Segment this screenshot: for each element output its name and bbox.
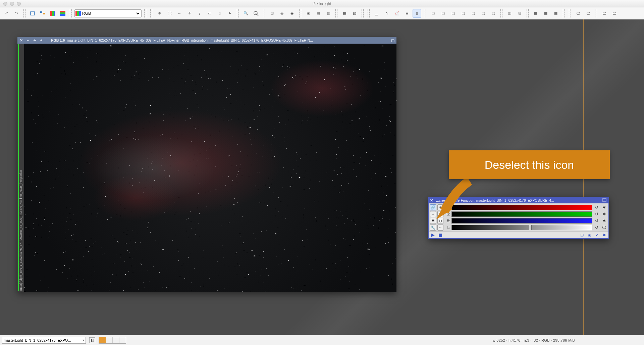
graph-icon[interactable]: 📈 [392,9,401,18]
grow-icon[interactable]: + [39,38,44,43]
curves-icon[interactable]: ∿ [382,9,391,18]
crosshair-icon[interactable]: ✛ [185,9,194,18]
close-window-icon[interactable] [3,2,7,6]
window-b-icon[interactable]: ▧ [350,9,359,18]
workspace-thumb-3[interactable] [112,337,119,343]
shrink-icon[interactable]: ∸ [32,38,37,43]
workspace-thumbs[interactable] [99,337,126,344]
view-selector[interactable]: ▾ [2,337,86,344]
g-slider[interactable] [451,211,592,217]
grid-b-icon[interactable]: ▦ [541,9,550,18]
pointer-icon[interactable]: ↖ [437,204,443,210]
zoom-in-icon[interactable]: + [430,211,436,217]
new-instance-icon[interactable]: ▢ [580,233,584,238]
zoom-in2-icon[interactable]: ⊕ [437,211,443,217]
screen2-icon[interactable]: 🖵 [610,9,619,18]
check-icon[interactable]: ✔ [594,233,599,238]
zoom-in-icon[interactable]: 🔍 [241,9,250,18]
move-tool-icon[interactable]: ✥ [155,9,164,18]
layer3-icon[interactable]: ▢ [449,9,458,18]
layer5-icon[interactable]: ▢ [469,9,478,18]
readout2-icon[interactable]: ▯ [215,9,224,18]
apply-icon[interactable] [431,233,435,238]
chevron-down-icon[interactable]: ▾ [83,338,84,342]
pan-c-icon[interactable]: ▥ [324,9,333,18]
expand-v-icon[interactable]: ↕ [195,9,204,18]
reset-l-icon[interactable]: ↺ [594,225,600,231]
rgb-palette-icon[interactable] [48,9,57,18]
pan-a-icon[interactable]: ▣ [304,9,313,18]
view-selector-input[interactable] [4,338,81,342]
options-g-icon[interactable]: ✱ [601,211,607,217]
minimize-window-icon[interactable] [10,2,14,6]
readout-icon[interactable]: ▭ [205,9,214,18]
window-a-icon[interactable]: ▦ [340,9,349,18]
monitor-icon[interactable]: 🖵 [574,9,582,18]
l-slider[interactable] [451,225,592,230]
zoom-actual-icon[interactable]: ◉ [288,9,297,18]
reset-r-icon[interactable]: ↺ [594,204,600,210]
workspace-thumb-2[interactable] [106,337,112,343]
link-channels-icon[interactable]: 🔗 [430,204,436,210]
layer2-icon[interactable]: ▢ [439,9,447,18]
workspace-thumb-1[interactable] [99,337,106,343]
layer6-icon[interactable]: ▢ [479,9,488,18]
maximize-window-icon[interactable] [17,2,21,6]
image-window[interactable]: ✕ – ∸ + RGB 1:6 masterLight_BIN_1_6252x4… [17,37,396,292]
window-menu-icon[interactable]: ▢ [390,38,395,43]
sidebar-crop-icon[interactable]: ✂ [18,274,23,279]
zoom-out-icon[interactable]: ⊖ [437,218,443,224]
redo-icon[interactable]: ↷ [12,9,21,18]
fit-view-icon[interactable]: ⛶ [165,9,174,18]
view-lock-icon[interactable]: ◧ [89,337,95,343]
panel-selected-icon[interactable]: ▯ [413,9,421,18]
options-r-icon[interactable]: ✱ [601,204,607,210]
close-icon[interactable]: ✕ [430,198,435,202]
layer7-icon[interactable]: ▢ [489,9,498,18]
r-slider[interactable] [451,205,592,210]
reset-icon[interactable]: ✖ [602,233,606,238]
screen-l-icon[interactable]: 🖵 [601,225,607,231]
stack-icon[interactable]: ≣ [402,9,411,18]
pan-b-icon[interactable]: ▤ [314,9,323,18]
channel-selector[interactable]: RGB [74,9,142,17]
grid-a-icon[interactable]: ▦ [531,9,540,18]
channel-select[interactable]: RGB [81,11,141,16]
undo-icon[interactable]: ↶ [2,9,11,18]
minimize-icon[interactable]: – [25,38,30,43]
wrench-icon[interactable]: 🔧 [430,225,436,231]
stf-window[interactable]: ✕ ...creenTransferFunction: masterLight_… [428,197,609,239]
tile-h-icon[interactable]: ◫ [505,9,514,18]
sidebar-expand-icon[interactable]: ⤢ [18,286,23,291]
tile-v-icon[interactable]: ⊟ [515,9,524,18]
pointer-icon[interactable]: ➤ [225,9,234,18]
expand-h-icon[interactable]: ↔ [175,9,184,18]
stf-shade-icon[interactable] [602,198,607,203]
workspace-thumb-4[interactable] [119,337,126,343]
image-canvas[interactable] [24,44,396,292]
grid-c-icon[interactable]: ▦ [551,9,560,18]
rgb-palette2-icon[interactable] [58,9,67,18]
options-b-icon[interactable]: ✱ [601,218,607,224]
zoom-out-icon[interactable] [252,9,260,18]
stf-titlebar[interactable]: ✕ ...creenTransferFunction: masterLight_… [429,197,608,203]
layer1-icon[interactable]: ▢ [429,9,437,18]
reset-g-icon[interactable]: ↺ [594,211,600,217]
zoom-fit-icon[interactable]: ⊡ [268,9,276,18]
display-icon[interactable]: 🖵 [584,9,592,18]
new-image-icon[interactable] [28,9,37,18]
apply-global-icon[interactable] [438,233,443,238]
reset-b-icon[interactable]: ↺ [594,218,600,224]
tile-windows-icon[interactable] [38,9,47,18]
doc-icon[interactable]: ▣ [587,233,592,238]
zoom-1to1-icon[interactable]: ◎ [278,9,286,18]
screen1-icon[interactable]: 🖵 [600,9,608,18]
hscroll-icon[interactable]: ↔ [437,225,443,231]
auto-stretch-icon[interactable]: ☢ [430,218,436,224]
image-window-titlebar[interactable]: ✕ – ∸ + RGB 1:6 masterLight_BIN_1_6252x4… [17,37,396,44]
layer4-icon[interactable]: ▢ [459,9,468,18]
histogram-icon[interactable]: ▁ [372,9,381,18]
b-slider[interactable] [451,218,592,224]
close-icon[interactable]: ✕ [19,38,23,43]
sidebar-fit-icon[interactable]: ⛶ [18,280,23,285]
